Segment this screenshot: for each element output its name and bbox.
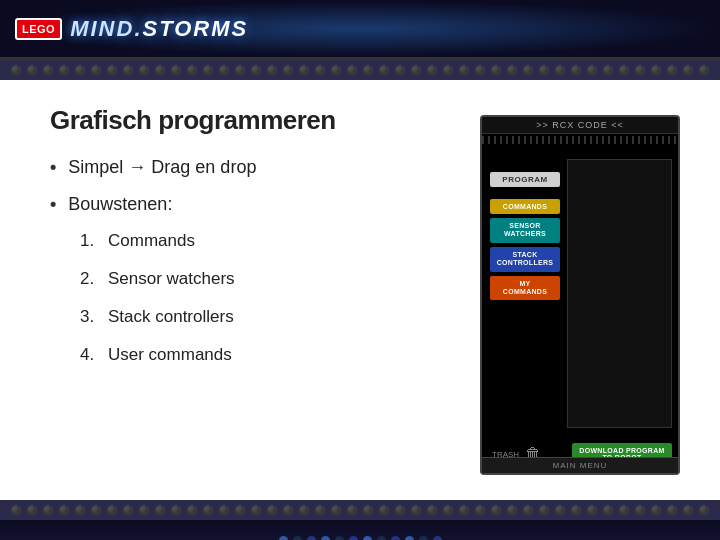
dot [123, 65, 133, 75]
num-text-4: User commands [108, 345, 232, 365]
dot [203, 505, 213, 515]
rcx-main-menu[interactable]: MAIN MENU [482, 457, 678, 473]
bullet-text-2: Bouwstenen: [68, 193, 172, 216]
dot [491, 505, 501, 515]
bottom-dot [349, 536, 358, 541]
dot [75, 65, 85, 75]
dot [587, 65, 597, 75]
num-3: 3. [80, 307, 100, 327]
storms-text: STORMS [143, 16, 249, 41]
bullet-symbol-2: • [50, 193, 56, 216]
num-text-2: Sensor watchers [108, 269, 235, 289]
dot [155, 65, 165, 75]
dot [235, 505, 245, 515]
dot [59, 505, 69, 515]
rcx-my-commands-button[interactable]: MY COMMANDS [490, 276, 560, 301]
dot [507, 65, 517, 75]
dot [427, 505, 437, 515]
dot [411, 505, 421, 515]
num-text-3: Stack controllers [108, 307, 234, 327]
bottom-bar [0, 520, 720, 540]
dot [395, 65, 405, 75]
mindstorms-logo: MIND.STORMS [70, 16, 248, 42]
bottom-dot [293, 536, 302, 541]
dot [347, 505, 357, 515]
dot [203, 65, 213, 75]
rcx-sidebar-buttons: PROGRAM COMMANDS SENSOR WATCHERS STACK C… [490, 172, 560, 300]
dot [699, 65, 709, 75]
dot [555, 65, 565, 75]
dot [475, 65, 485, 75]
dot [395, 505, 405, 515]
dot [251, 505, 261, 515]
dot [187, 505, 197, 515]
dot-strip-top [0, 60, 720, 80]
dot [251, 65, 261, 75]
dot [123, 505, 133, 515]
text-section: Grafisch programmeren • Simpel → Drag en… [50, 105, 460, 480]
dot [651, 65, 661, 75]
bottom-dot [405, 536, 414, 541]
logo-area: LEGO MIND.STORMS [15, 16, 248, 42]
page-title: Grafisch programmeren [50, 105, 460, 136]
dot [443, 65, 453, 75]
dot [539, 505, 549, 515]
dot [363, 65, 373, 75]
dot [683, 65, 693, 75]
dot [171, 65, 181, 75]
dot [459, 505, 469, 515]
rcx-commands-button[interactable]: COMMANDS [490, 199, 560, 214]
dot [651, 505, 661, 515]
dot-strip-bottom [0, 500, 720, 520]
rcx-stack-controllers-button[interactable]: STACK CONTROLLERS [490, 247, 560, 272]
dot [171, 505, 181, 515]
dot [107, 65, 117, 75]
rcx-dark-program-area [567, 159, 672, 428]
bullet-text-1: Simpel → Drag en drop [68, 156, 256, 179]
rcx-dot-strip-top [482, 136, 678, 144]
rcx-header: >> RCX CODE << [482, 117, 678, 134]
dot [331, 505, 341, 515]
dot [539, 65, 549, 75]
dot [139, 65, 149, 75]
dot [667, 505, 677, 515]
dot [475, 505, 485, 515]
rcx-sensor-watchers-button[interactable]: SENSOR WATCHERS [490, 218, 560, 243]
bullet-item-2: • Bouwstenen: [50, 193, 460, 216]
dot [667, 65, 677, 75]
dot [155, 505, 165, 515]
dot [603, 65, 613, 75]
dot [283, 65, 293, 75]
dot [27, 65, 37, 75]
rcx-program-button[interactable]: PROGRAM [490, 172, 560, 187]
dot [139, 505, 149, 515]
dot [459, 65, 469, 75]
dot [235, 65, 245, 75]
dot [283, 505, 293, 515]
dot [27, 505, 37, 515]
dot [267, 505, 277, 515]
bullet-item-1: • Simpel → Drag en drop [50, 156, 460, 179]
lego-badge: LEGO [15, 18, 62, 40]
bottom-dot [335, 536, 344, 541]
dot [299, 65, 309, 75]
num-1: 1. [80, 231, 100, 251]
dot [379, 505, 389, 515]
dot [91, 65, 101, 75]
dot [587, 505, 597, 515]
dot [619, 65, 629, 75]
dot [523, 505, 533, 515]
top-header-bar: LEGO MIND.STORMS [0, 0, 720, 60]
numbered-item-4: 4. User commands [80, 345, 460, 365]
dot [635, 505, 645, 515]
bottom-dot [433, 536, 442, 541]
dot [43, 65, 53, 75]
num-text-1: Commands [108, 231, 195, 251]
dot [619, 505, 629, 515]
bullet-symbol-1: • [50, 156, 56, 179]
dot [411, 65, 421, 75]
numbered-list: 1. Commands 2. Sensor watchers 3. Stack … [80, 231, 460, 365]
dot [11, 65, 21, 75]
rcx-header-text: >> RCX CODE << [536, 120, 624, 130]
dot [91, 505, 101, 515]
